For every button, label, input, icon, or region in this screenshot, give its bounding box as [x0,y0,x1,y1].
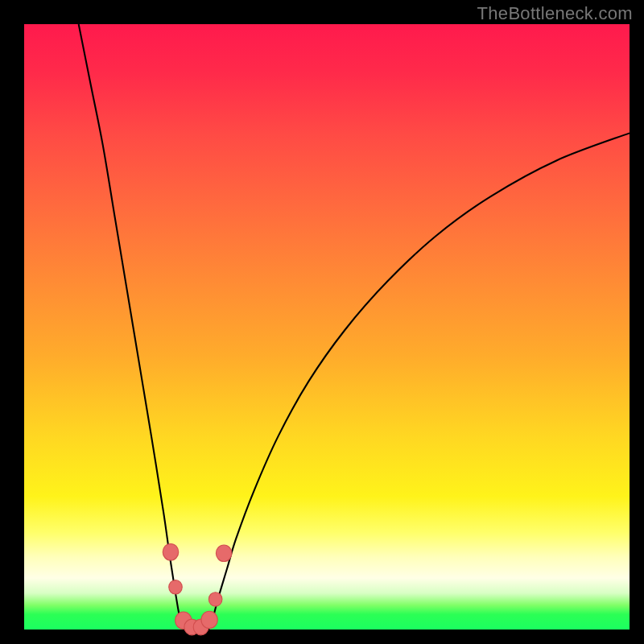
curve-marker [163,543,179,560]
curve-marker [208,592,222,606]
curve-layer [24,24,630,630]
curve-marker [169,580,183,594]
curve-marker [216,545,232,562]
chart-frame: TheBottleneck.com [0,0,644,644]
plot-area [24,24,630,630]
watermark-text: TheBottleneck.com [477,3,633,24]
bottleneck-curve [79,24,630,630]
curve-marker [201,611,217,628]
